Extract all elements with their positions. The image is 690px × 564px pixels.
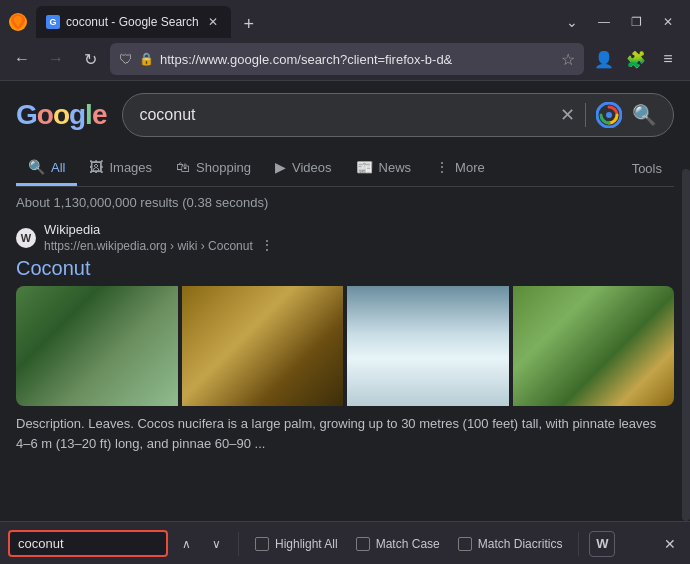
images-tab-icon: 🖼 (89, 159, 103, 175)
address-bar[interactable]: 🛡 🔒 ☆ (110, 43, 584, 75)
match-case-checkbox[interactable] (356, 537, 370, 551)
logo-e: e (92, 99, 107, 130)
search-divider (585, 103, 586, 127)
tab-favicon: G (46, 15, 60, 29)
toolbar-icons: 👤 🧩 ≡ (590, 45, 682, 73)
tools-button[interactable]: Tools (620, 153, 674, 184)
find-next-button[interactable]: ∨ (204, 530, 228, 558)
tabs-area: G coconut - Google Search ✕ + (36, 6, 554, 38)
google-search-input[interactable] (139, 106, 550, 124)
tab-videos[interactable]: ▶ Videos (263, 151, 344, 186)
news-tab-icon: 📰 (356, 159, 373, 175)
coconut-image-1[interactable] (16, 286, 178, 406)
tab-all[interactable]: 🔍 All (16, 151, 77, 186)
coconut-image-2[interactable] (182, 286, 344, 406)
coconut-image-3[interactable] (347, 286, 509, 406)
match-case-option[interactable]: Match Case (350, 535, 446, 553)
result-source: W Wikipedia https://en.wikipedia.org › w… (16, 222, 674, 253)
wikipedia-favicon: W (16, 228, 36, 248)
search-clear-button[interactable]: ✕ (560, 104, 575, 126)
find-separator-2 (578, 532, 579, 556)
tab-more[interactable]: ⋮ More (423, 151, 497, 186)
results-info: About 1,130,000,000 results (0.38 second… (16, 195, 674, 210)
navigation-bar: ← → ↻ 🛡 🔒 ☆ 👤 🧩 ≡ (0, 38, 690, 80)
result-domain-info: Wikipedia https://en.wikipedia.org › wik… (44, 222, 274, 253)
logo-l: l (85, 99, 92, 130)
result-more-button[interactable]: ⋮ (260, 237, 274, 253)
find-input-container (8, 530, 168, 557)
videos-tab-icon: ▶ (275, 159, 286, 175)
maximize-button[interactable]: ❐ (622, 8, 650, 36)
wikipedia-result: W Wikipedia https://en.wikipedia.org › w… (16, 222, 674, 453)
url-input[interactable] (160, 52, 555, 67)
tab-news[interactable]: 📰 News (344, 151, 424, 186)
logo-o1: o (37, 99, 53, 130)
window-controls: — ❐ ✕ (590, 8, 682, 36)
shield-icon: 🛡 (119, 51, 133, 67)
all-tab-label: All (51, 160, 65, 175)
shopping-tab-icon: 🛍 (176, 159, 190, 175)
coconut-image-grid (16, 286, 674, 406)
more-tab-icon: ⋮ (435, 159, 449, 175)
find-input[interactable] (10, 532, 140, 555)
tab-images[interactable]: 🖼 Images (77, 151, 164, 186)
whole-word-button[interactable]: W (589, 531, 615, 557)
match-diacritics-checkbox[interactable] (458, 537, 472, 551)
tab-shopping[interactable]: 🛍 Shopping (164, 151, 263, 186)
find-separator (238, 532, 239, 556)
google-search-box[interactable]: ✕ 🔍 (122, 93, 674, 137)
highlight-all-checkbox[interactable] (255, 537, 269, 551)
page-content: Google ✕ 🔍 (0, 81, 690, 521)
back-button[interactable]: ← (8, 45, 36, 73)
google-header: Google ✕ 🔍 (16, 93, 674, 137)
highlight-all-option[interactable]: Highlight All (249, 535, 344, 553)
forward-button[interactable]: → (42, 45, 70, 73)
firefox-logo-icon (8, 12, 28, 32)
logo-o2: o (53, 99, 69, 130)
news-tab-label: News (379, 160, 412, 175)
refresh-button[interactable]: ↻ (76, 45, 104, 73)
result-domain: Wikipedia (44, 222, 274, 237)
close-button[interactable]: ✕ (654, 8, 682, 36)
tab-overflow-button[interactable]: ⌄ (562, 10, 582, 34)
google-logo: Google (16, 99, 106, 131)
more-tab-label: More (455, 160, 485, 175)
find-prev-button[interactable]: ∧ (174, 530, 198, 558)
result-description: Description. Leaves. Cocos nucifera is a… (16, 414, 674, 453)
logo-g: G (16, 99, 37, 130)
browser-chrome: G coconut - Google Search ✕ + ⌄ — ❐ ✕ ← … (0, 0, 690, 81)
tab-title: coconut - Google Search (66, 15, 199, 29)
tab-close-button[interactable]: ✕ (205, 14, 221, 30)
match-diacritics-label: Match Diacritics (478, 537, 563, 551)
google-page: Google ✕ 🔍 (0, 81, 690, 453)
menu-button[interactable]: ≡ (654, 45, 682, 73)
logo-g2: g (69, 99, 85, 130)
find-bar: ∧ ∨ Highlight All Match Case Match Diacr… (0, 521, 690, 564)
videos-tab-label: Videos (292, 160, 332, 175)
title-bar: G coconut - Google Search ✕ + ⌄ — ❐ ✕ (0, 0, 690, 38)
shopping-tab-label: Shopping (196, 160, 251, 175)
profile-button[interactable]: 👤 (590, 45, 618, 73)
extensions-button[interactable]: 🧩 (622, 45, 650, 73)
bookmark-star-icon[interactable]: ☆ (561, 50, 575, 69)
match-case-label: Match Case (376, 537, 440, 551)
match-diacritics-option[interactable]: Match Diacritics (452, 535, 569, 553)
search-tabs: 🔍 All 🖼 Images 🛍 Shopping ▶ Videos 📰 New… (16, 151, 674, 187)
all-tab-icon: 🔍 (28, 159, 45, 175)
google-search-submit-button[interactable]: 🔍 (632, 103, 657, 127)
new-tab-button[interactable]: + (235, 10, 263, 38)
result-url: https://en.wikipedia.org › wiki › Coconu… (44, 237, 274, 253)
scrollbar[interactable] (682, 169, 690, 521)
minimize-button[interactable]: — (590, 8, 618, 36)
google-lens-button[interactable] (596, 102, 622, 128)
lock-icon: 🔒 (139, 52, 154, 66)
result-title[interactable]: Coconut (16, 257, 674, 280)
images-tab-label: Images (109, 160, 152, 175)
active-tab[interactable]: G coconut - Google Search ✕ (36, 6, 231, 38)
highlight-all-label: Highlight All (275, 537, 338, 551)
svg-point-2 (606, 112, 612, 118)
find-close-button[interactable]: ✕ (658, 532, 682, 556)
coconut-image-4[interactable] (513, 286, 675, 406)
